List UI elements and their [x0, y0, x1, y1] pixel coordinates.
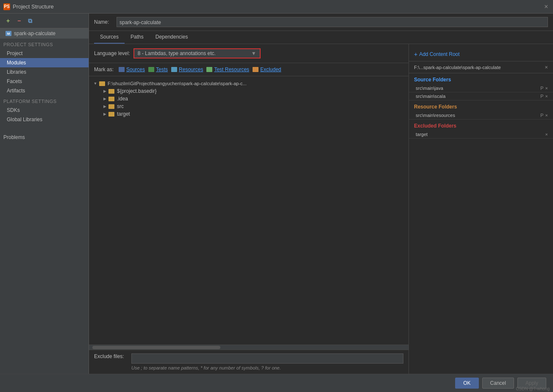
source-folder-scala-actions: P × — [540, 94, 548, 99]
excluded-badge-icon — [253, 67, 258, 72]
tree-item-src[interactable]: ▶ src — [89, 103, 408, 110]
sidebar: + − ⧉ M spark-ap-calculate Project Setti… — [0, 14, 89, 374]
tests-badge-icon — [148, 67, 154, 72]
excluded-badge-label: Excluded — [260, 67, 281, 72]
resource-folder-main-edit[interactable]: P — [540, 113, 543, 118]
tree-item-basedir-label: ${project.basedir} — [117, 88, 156, 94]
excluded-folder-target-path: target — [416, 132, 545, 137]
resource-folder-main-actions: P × — [540, 113, 548, 118]
resource-folders-label: Resource Folders — [409, 100, 553, 111]
sidebar-item-sdks[interactable]: SDKs — [0, 106, 89, 115]
exclude-files-label: Exclude files: — [94, 353, 128, 359]
name-input[interactable]: spark-ap-calculate — [117, 17, 548, 27]
sidebar-item-artifacts[interactable]: Artifacts — [0, 86, 89, 95]
mark-as-resources[interactable]: Resources — [171, 67, 203, 72]
remove-module-button[interactable]: − — [14, 16, 24, 25]
source-folder-java-actions: P × — [540, 86, 548, 91]
add-content-root-label: Add Content Root — [419, 51, 459, 57]
language-level-label: Language level: — [94, 50, 130, 56]
mark-as-test-resources[interactable]: Test Resources — [206, 67, 249, 72]
tree-root-path: F:\shuzilm\GitProject\huangyuchen\spark-… — [108, 81, 247, 86]
mark-as-label: Mark as: — [94, 67, 114, 72]
sidebar-item-global-libraries[interactable]: Global Libraries — [0, 115, 89, 124]
module-icon-box: M — [6, 31, 11, 36]
exclude-files-input[interactable] — [131, 353, 403, 364]
main-layout: + − ⧉ M spark-ap-calculate Project Setti… — [0, 14, 553, 374]
source-folder-scala-remove[interactable]: × — [545, 94, 548, 99]
dialog-title: Project Structure — [13, 3, 543, 10]
tree-arrow-idea[interactable]: ▶ — [102, 96, 108, 102]
resource-folder-main: src\main\resources P × — [409, 111, 553, 120]
content-root-path-text: F:\...spark-ap-calculate\spark-ap-calcul… — [414, 65, 543, 70]
source-folder-java: src\main\java P × — [409, 84, 553, 92]
tree-arrow-basedir[interactable]: ▶ — [102, 88, 108, 94]
sidebar-item-problems[interactable]: Problems — [0, 131, 89, 142]
tree-arrow-src[interactable]: ▶ — [102, 103, 108, 109]
excluded-folder-target-remove[interactable]: × — [545, 132, 548, 137]
tree-item-target[interactable]: ▶ target — [89, 110, 408, 118]
language-level-select[interactable]: 8 - Lambdas, type annotations etc. ▼ — [133, 48, 261, 58]
right-panel: + Add Content Root F:\...spark-ap-calcul… — [409, 44, 553, 374]
tree-expand-arrow[interactable]: ▼ — [92, 81, 98, 86]
resources-badge-icon — [171, 67, 177, 72]
source-folder-scala-edit[interactable]: P — [540, 94, 543, 99]
bottom-bar: OK Cancel Apply — [0, 374, 553, 392]
file-tree: ▼ F:\shuzilm\GitProject\huangyuchen\spar… — [89, 76, 408, 345]
content-root-close-button[interactable]: × — [545, 64, 548, 70]
folder-icon-target — [108, 111, 115, 117]
copy-module-button[interactable]: ⧉ — [25, 16, 35, 25]
source-folder-java-path: src\main\java — [416, 86, 540, 91]
mark-as-tests[interactable]: Tests — [148, 67, 168, 72]
folder-icon-src — [108, 104, 115, 109]
sources-badge-label: Sources — [126, 67, 145, 72]
mark-as-sources[interactable]: Sources — [119, 67, 145, 72]
test-resources-badge-icon — [206, 67, 212, 72]
sidebar-item-modules[interactable]: Modules — [0, 58, 89, 67]
cancel-button[interactable]: Cancel — [482, 378, 514, 389]
sources-badge-icon — [119, 67, 125, 72]
excluded-folders-label: Excluded Folders — [409, 120, 553, 131]
module-icon: M — [5, 31, 12, 36]
folder-icon — [99, 81, 106, 86]
tests-badge-label: Tests — [156, 67, 168, 72]
mark-as-excluded[interactable]: Excluded — [253, 67, 281, 72]
module-name: spark-ap-calculate — [14, 31, 56, 36]
add-content-root-button[interactable]: + Add Content Root — [409, 47, 553, 61]
app-icon: PS — [3, 3, 10, 10]
tree-item-basedir[interactable]: ▶ ${project.basedir} — [89, 87, 408, 95]
tree-item-idea[interactable]: ▶ .idea — [89, 95, 408, 103]
content-split: Language level: 8 - Lambdas, type annota… — [89, 44, 553, 374]
watermark: CSDN @T-whong — [516, 386, 550, 391]
dropdown-arrow-icon: ▼ — [251, 50, 256, 56]
content-root-path-entry: F:\...spark-ap-calculate\spark-ap-calcul… — [409, 61, 553, 73]
tree-scrollbar[interactable] — [89, 345, 408, 350]
tree-area: Language level: 8 - Lambdas, type annota… — [89, 44, 409, 374]
source-folder-java-edit[interactable]: P — [540, 86, 543, 91]
sidebar-item-facets[interactable]: Facets — [0, 77, 89, 86]
folder-icon-basedir — [108, 89, 115, 94]
sidebar-item-project[interactable]: Project — [0, 49, 89, 58]
ok-button[interactable]: OK — [455, 378, 478, 389]
tab-dependencies[interactable]: Dependencies — [150, 31, 194, 44]
sidebar-item-libraries[interactable]: Libraries — [0, 67, 89, 77]
tab-paths[interactable]: Paths — [125, 31, 150, 44]
tree-root-item[interactable]: ▼ F:\shuzilm\GitProject\huangyuchen\spar… — [89, 80, 408, 87]
resource-folder-main-path: src\main\resources — [416, 113, 540, 118]
excluded-folder-target-actions: × — [545, 132, 548, 137]
tab-sources[interactable]: Sources — [94, 31, 125, 44]
exclude-files-hint: Use ; to separate name patterns, * for a… — [131, 365, 403, 370]
name-row: Name: spark-ap-calculate — [89, 14, 553, 31]
name-label: Name: — [94, 19, 113, 25]
sidebar-toolbar: + − ⧉ — [0, 14, 89, 28]
resource-folder-main-remove[interactable]: × — [545, 113, 548, 118]
project-settings-section-label: Project Settings — [0, 39, 89, 49]
module-item[interactable]: M spark-ap-calculate — [0, 28, 89, 39]
folder-icon-idea — [108, 96, 115, 102]
exclude-files-row: Exclude files: Use ; to separate name pa… — [89, 350, 408, 374]
tree-arrow-target[interactable]: ▶ — [102, 111, 108, 117]
close-button[interactable]: × — [543, 3, 550, 10]
source-folder-java-remove[interactable]: × — [545, 86, 548, 91]
mark-as-row: Mark as: Sources Tests Resources — [89, 63, 408, 76]
excluded-folder-target: target × — [409, 131, 553, 139]
add-module-button[interactable]: + — [3, 16, 13, 25]
